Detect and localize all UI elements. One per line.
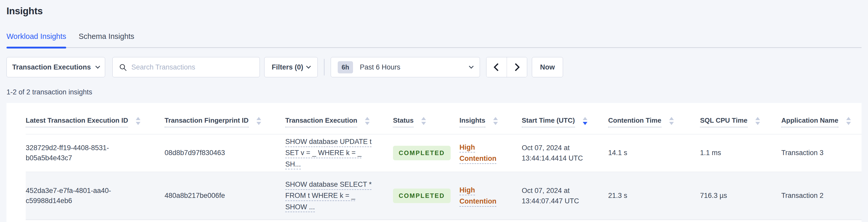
tab-workload-insights[interactable]: Workload Insights <box>6 32 66 47</box>
column-header-status[interactable]: Status <box>393 103 459 134</box>
column-header-contention-time[interactable]: Contention Time <box>608 103 700 134</box>
chevron-left-icon <box>493 63 501 71</box>
column-header-insights[interactable]: Insights <box>459 103 522 134</box>
cell-contention-time: 21.3 s <box>608 172 700 220</box>
status-badge: COMPLETED <box>393 189 451 203</box>
cell-start-time: Oct 07, 2024 at 13:44:07.447 UTC <box>522 172 608 220</box>
tab-schema-insights-label: Schema Insights <box>79 32 134 40</box>
chevron-right-icon <box>512 63 520 71</box>
insight-link[interactable]: High Contention <box>459 142 505 164</box>
results-summary: 1-2 of 2 transaction insights <box>6 88 862 96</box>
insight-link[interactable]: High Contention <box>459 185 505 207</box>
chevron-down-icon <box>469 64 473 68</box>
column-header-start-time[interactable]: Start Time (UTC) <box>522 103 608 134</box>
tabbar: Workload Insights Schema Insights <box>6 32 862 48</box>
vertical-divider <box>324 59 324 75</box>
sort-icon <box>136 117 141 125</box>
cell-application-name: Transaction 2 <box>781 172 862 220</box>
cell-transaction-execution: SHOW database SELECT * FROM t WHERE k = … <box>285 172 393 220</box>
search-input[interactable] <box>113 57 259 77</box>
now-button-label: Now <box>540 63 555 71</box>
cell-status: COMPLETED <box>393 134 459 172</box>
transaction-execution-link[interactable]: SHOW database SELECT * FROM t WHERE k = … <box>285 179 379 213</box>
sort-icon <box>421 117 426 125</box>
sort-icon <box>669 117 674 125</box>
column-header-latest-transaction-execution-id[interactable]: Latest Transaction Execution ID <box>26 103 164 134</box>
status-badge: COMPLETED <box>393 146 451 161</box>
controls-row: Transaction Executions Filters (0) 6h Pa… <box>6 57 862 77</box>
insight-type-dropdown-label: Transaction Executions <box>12 63 91 71</box>
cell-fingerprint-id: 480a8b217be006fe <box>164 172 285 220</box>
column-header-sql-cpu-time[interactable]: SQL CPU Time <box>700 103 781 134</box>
sort-icon <box>583 117 587 125</box>
time-range-picker[interactable]: 6h Past 6 Hours <box>331 57 480 77</box>
cell-contention-time: 14.1 s <box>608 134 700 172</box>
cell-sql-cpu-time: 1.1 ms <box>700 134 781 172</box>
cell-execution-id: 328729d2-ff19-4408-8531-b05a5b4e43c7 <box>26 134 164 172</box>
insights-table-card: Latest Transaction Execution ID Transact… <box>6 103 862 222</box>
column-header-transaction-fingerprint-id[interactable]: Transaction Fingerprint ID <box>164 103 285 134</box>
filters-dropdown[interactable]: Filters (0) <box>264 57 318 77</box>
cell-status: COMPLETED <box>393 172 459 220</box>
insight-type-dropdown[interactable]: Transaction Executions <box>6 57 105 77</box>
transaction-execution-link[interactable]: SHOW database UPDATE t SET v = _ WHERE k… <box>285 136 379 170</box>
cell-insights: High Contention <box>459 134 522 172</box>
search-box <box>113 57 260 77</box>
cell-fingerprint-id: 08d8b7d97f830463 <box>164 134 285 172</box>
sort-icon <box>846 117 851 125</box>
cell-application-name: Transaction 3 <box>781 134 862 172</box>
page-title: Insights <box>6 5 862 17</box>
transaction-insights-table: Latest Transaction Execution ID Transact… <box>26 103 862 220</box>
insights-page: Insights Workload Insights Schema Insigh… <box>0 5 868 222</box>
chevron-down-icon <box>95 64 100 68</box>
time-range-label: Past 6 Hours <box>360 63 470 71</box>
cell-sql-cpu-time: 716.3 µs <box>700 172 781 220</box>
table-row: 452da3e7-e7fa-4801-aa40-c59988d14eb6 480… <box>26 172 862 220</box>
next-time-window-button[interactable] <box>507 57 527 77</box>
column-header-application-name[interactable]: Application Name <box>781 103 862 134</box>
active-tab-indicator <box>6 47 66 49</box>
table-row: 328729d2-ff19-4408-8531-b05a5b4e43c7 08d… <box>26 134 862 172</box>
now-button[interactable]: Now <box>532 57 563 77</box>
cell-transaction-execution: SHOW database UPDATE t SET v = _ WHERE k… <box>285 134 393 172</box>
sort-icon <box>755 117 760 125</box>
tab-schema-insights[interactable]: Schema Insights <box>79 32 134 47</box>
cell-start-time: Oct 07, 2024 at 13:44:14.4414 UTC <box>522 134 608 172</box>
chevron-down-icon <box>306 64 311 68</box>
table-header-row: Latest Transaction Execution ID Transact… <box>26 103 862 134</box>
time-pager <box>486 57 527 77</box>
cell-execution-id: 452da3e7-e7fa-4801-aa40-c59988d14eb6 <box>26 172 164 220</box>
tab-workload-insights-label: Workload Insights <box>6 32 66 40</box>
sort-icon <box>365 117 370 125</box>
sort-icon <box>493 117 498 125</box>
previous-time-window-button[interactable] <box>487 57 507 77</box>
cell-insights: High Contention <box>459 172 522 220</box>
search-icon <box>119 63 127 71</box>
sort-icon <box>256 117 261 125</box>
column-header-transaction-execution[interactable]: Transaction Execution <box>285 103 393 134</box>
filters-dropdown-label: Filters (0) <box>272 63 304 71</box>
time-shortcut-badge: 6h <box>338 61 353 73</box>
